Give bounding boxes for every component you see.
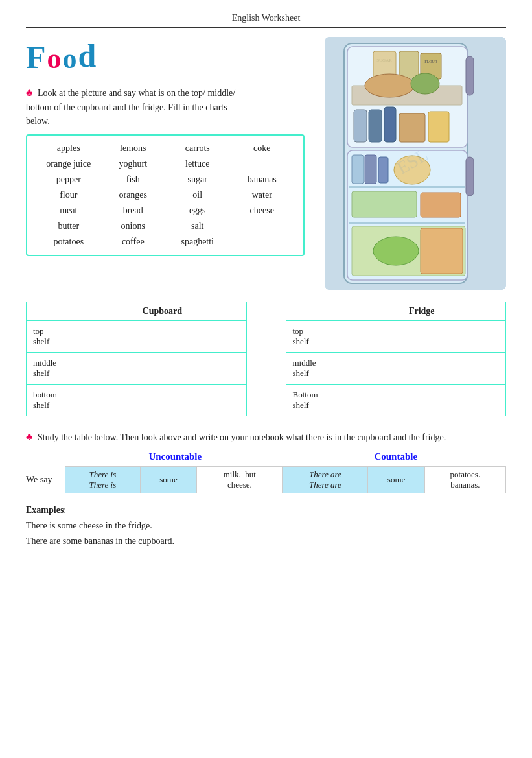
examples-section: Examples: There is some cheese in the fr…: [26, 503, 506, 549]
fridge-top-fill[interactable]: [338, 321, 506, 353]
examples-title: Examples:: [26, 503, 506, 518]
table-row: bottomshelf: [27, 385, 247, 416]
study-text: ♣ Study the table below. Then look above…: [26, 429, 506, 445]
word-empty2: [230, 220, 295, 233]
food-o2: o: [63, 43, 78, 75]
word-potatoes: potatoes: [36, 235, 101, 248]
word-eggs: eggs: [165, 204, 230, 217]
fridge-image: SUGAR FLOUR: [325, 37, 506, 290]
word-water: water: [230, 189, 295, 202]
fridge-bottom-fill[interactable]: [338, 385, 506, 416]
grammar-there-is-1: There isThere is: [65, 467, 141, 493]
example-2: There are some bananas in the cupboard.: [26, 534, 506, 549]
word-coke: coke: [230, 142, 295, 155]
svg-rect-19: [349, 222, 465, 224]
word-sugar: sugar: [165, 173, 230, 186]
word-flour: flour: [36, 189, 101, 202]
cupboard-table: Cupboard topshelf middleshelf bottomshel…: [26, 302, 247, 416]
table-row: middleshelf: [27, 353, 247, 385]
fridge-svg: SUGAR FLOUR: [325, 37, 506, 290]
table-row: topshelf: [286, 321, 506, 353]
svg-text:FLOUR: FLOUR: [424, 60, 437, 64]
word-cheese: cheese: [230, 204, 295, 217]
uncountable-header: Uncountable: [26, 451, 286, 462]
cupboard-middle-label: middleshelf: [27, 353, 78, 385]
svg-rect-28: [421, 228, 463, 274]
study-instruction: Study the table below. Then look above a…: [38, 432, 446, 442]
grammar-headers: Uncountable Countable: [26, 451, 506, 462]
table-spacer: [260, 302, 273, 416]
word-lettuce: lettuce: [165, 158, 230, 171]
svg-rect-22: [378, 157, 388, 183]
word-butter: butter: [36, 220, 101, 233]
word-pepper: pepper: [36, 173, 101, 186]
cupboard-middle-fill[interactable]: [78, 353, 247, 385]
svg-rect-21: [365, 155, 376, 184]
svg-point-27: [373, 237, 419, 265]
word-salt: salt: [165, 220, 230, 233]
grammar-table: There isThere is some milk. butcheese. T…: [65, 466, 506, 493]
word-empty1: [230, 158, 295, 171]
example-1: There is some cheese in the fridge.: [26, 518, 506, 534]
word-coffee: coffee: [101, 235, 166, 248]
svg-rect-16: [466, 56, 474, 95]
svg-point-10: [411, 73, 439, 94]
svg-rect-11: [354, 110, 367, 142]
svg-text:SUGAR: SUGAR: [376, 58, 392, 63]
grammar-some-1: some: [140, 467, 197, 493]
cupboard-top-fill[interactable]: [78, 321, 247, 353]
svg-rect-20: [352, 155, 364, 184]
cupboard-title: Cupboard: [78, 302, 247, 321]
cupboard-empty-header: [27, 302, 78, 321]
svg-rect-12: [369, 110, 382, 142]
word-meat: meat: [36, 204, 101, 217]
fridge-middle-label: middleshelf: [286, 353, 338, 385]
instruction-content: Look at the picture and say what is on t…: [26, 88, 235, 126]
word-apples: apples: [36, 142, 101, 155]
word-lemons: lemons: [101, 142, 166, 155]
page-header: English Worksheet: [26, 13, 506, 23]
svg-rect-15: [428, 112, 449, 142]
food-d: d: [78, 38, 98, 74]
fridge-empty-header: [286, 302, 338, 321]
cupboard-bottom-label: bottomshelf: [27, 385, 78, 416]
word-bread: bread: [101, 204, 166, 217]
club-icon: ♣: [26, 87, 33, 98]
svg-rect-5: [399, 51, 419, 78]
food-o1: o: [47, 43, 63, 75]
fridge-title: Fridge: [338, 302, 506, 321]
table-row: There isThere is some milk. butcheese. T…: [65, 467, 506, 493]
fridge-top-label: topshelf: [286, 321, 338, 353]
table-row: Bottomshelf: [286, 385, 506, 416]
fridge-middle-fill[interactable]: [338, 353, 506, 385]
we-say-label: We say: [26, 475, 65, 485]
instruction-text: ♣ Look at the picture and say what is on…: [26, 85, 253, 128]
cupboard-bottom-fill[interactable]: [78, 385, 247, 416]
svg-rect-24: [352, 191, 417, 217]
word-orangejuice: orange juice: [36, 158, 101, 171]
grammar-row: We say There isThere is some milk. butch…: [26, 466, 506, 493]
food-title: Food: [26, 37, 97, 76]
svg-point-9: [365, 74, 414, 97]
word-spaghetti: spaghetti: [165, 235, 230, 248]
svg-rect-18: [349, 186, 465, 188]
top-divider: [26, 27, 506, 28]
word-bananas: bananas: [230, 173, 295, 186]
word-fish: fish: [101, 173, 166, 186]
food-f: F: [26, 39, 47, 75]
svg-rect-14: [399, 113, 425, 142]
tables-section: Cupboard topshelf middleshelf bottomshel…: [26, 302, 506, 416]
word-oil: oil: [165, 189, 230, 202]
study-section: ♣ Study the table below. Then look above…: [26, 429, 506, 493]
svg-rect-13: [384, 107, 396, 142]
word-onions: onions: [101, 220, 166, 233]
cupboard-top-label: topshelf: [27, 321, 78, 353]
page-title: English Worksheet: [232, 13, 301, 23]
word-carrots: carrots: [165, 142, 230, 155]
countable-header: Countable: [286, 451, 507, 462]
word-oranges: oranges: [101, 189, 166, 202]
svg-rect-29: [466, 157, 474, 196]
left-column: Food ♣ Look at the picture and say what …: [26, 37, 314, 290]
grammar-some-2: some: [368, 467, 425, 493]
table-row: topshelf: [27, 321, 247, 353]
